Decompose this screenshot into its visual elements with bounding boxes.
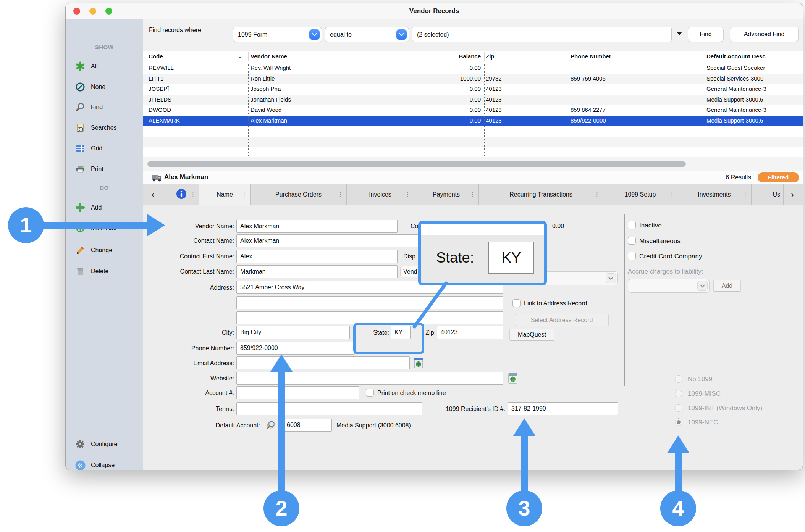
dropdown-arrow-icon[interactable] bbox=[676, 30, 683, 37]
circular-plus-icon bbox=[75, 223, 86, 234]
city-field[interactable]: Big City bbox=[236, 326, 350, 339]
mapquest-button[interactable]: MapQuest bbox=[509, 329, 554, 341]
sidebar-item-all[interactable]: All bbox=[75, 61, 98, 72]
zip-field[interactable]: 40123 bbox=[437, 326, 503, 339]
1099-nec-radio[interactable] bbox=[675, 418, 682, 426]
column-header-phone[interactable]: Phone Number bbox=[571, 53, 611, 60]
tab-purchase-orders[interactable]: Purchase Orders⋮ bbox=[251, 184, 347, 205]
1099-misc-radio[interactable] bbox=[675, 390, 682, 397]
address-line3-field[interactable] bbox=[236, 311, 503, 324]
liability-account-dropdown[interactable] bbox=[628, 279, 710, 293]
tab-us-truncated[interactable]: Us bbox=[752, 184, 784, 205]
terms-field[interactable] bbox=[236, 402, 422, 415]
table-row[interactable]: REVWILLRev. Will Wright 0.00 Special Gue… bbox=[143, 63, 803, 74]
find-button[interactable]: Find bbox=[688, 27, 724, 42]
sidebar-item-print[interactable]: Print bbox=[75, 163, 103, 175]
website-field[interactable] bbox=[236, 372, 503, 385]
table-row[interactable]: JFIELDSJonathan Fields 0.00 40123 Media … bbox=[143, 95, 803, 105]
tab-info[interactable]: ⋮ bbox=[163, 184, 199, 205]
sidebar-item-configure[interactable]: Configure bbox=[75, 438, 117, 450]
sidebar-item-multi-add[interactable]: Multi-Add bbox=[75, 222, 117, 234]
contact-last-name-field[interactable]: Markman bbox=[236, 265, 398, 278]
tab-options-icon[interactable]: ⋮ bbox=[668, 191, 674, 198]
find-value-field[interactable]: (2 selected) bbox=[412, 27, 672, 42]
tab-1099-setup[interactable]: 1099 Setup⋮ bbox=[603, 184, 677, 205]
trash-icon bbox=[75, 266, 86, 277]
table-row-empty[interactable] bbox=[143, 137, 803, 147]
scrollbar-thumb[interactable] bbox=[147, 161, 686, 167]
tab-recurring-transactions[interactable]: Recurring Transactions⋮ bbox=[479, 184, 603, 205]
sort-chevron-icon[interactable]: ⌄ bbox=[238, 53, 242, 60]
add-liability-button[interactable]: Add bbox=[713, 280, 741, 292]
column-header-vendor[interactable]: Vendor Name bbox=[251, 53, 287, 60]
tab-options-icon[interactable]: ⋮ bbox=[742, 191, 748, 198]
column-header-balance[interactable]: Balance bbox=[410, 53, 481, 60]
gear-icon bbox=[75, 439, 86, 450]
tab-payments[interactable]: Payments⋮ bbox=[414, 184, 479, 205]
sidebar-item-none[interactable]: None bbox=[75, 81, 105, 93]
account-number-field[interactable] bbox=[236, 386, 359, 399]
sidebar: SHOW All None Find bbox=[66, 19, 143, 470]
sidebar-item-label: Grid bbox=[91, 145, 102, 152]
annotation-circle-4 bbox=[660, 490, 696, 526]
tab-options-icon[interactable]: ⋮ bbox=[594, 191, 600, 198]
magnifier-icon bbox=[75, 102, 86, 113]
find-field-value: 1099 Form bbox=[238, 31, 267, 38]
tab-options-icon[interactable]: ⋮ bbox=[338, 191, 343, 198]
advanced-find-button[interactable]: Advanced Find bbox=[730, 27, 799, 42]
link-address-checkbox[interactable] bbox=[512, 299, 521, 307]
pencil-icon bbox=[75, 245, 86, 256]
sidebar-item-add[interactable]: Add bbox=[75, 202, 102, 213]
info-icon bbox=[176, 189, 187, 201]
account-lookup-icon[interactable] bbox=[266, 420, 278, 431]
credit-card-company-checkbox[interactable] bbox=[628, 252, 636, 260]
tab-options-icon[interactable]: ⋮ bbox=[405, 191, 411, 198]
table-row[interactable]: DWOODDavid Wood 0.00 40123859 864 2277 G… bbox=[143, 105, 803, 116]
print-memo-checkbox[interactable] bbox=[366, 389, 374, 397]
tab-options-icon[interactable]: ⋮ bbox=[241, 191, 247, 198]
website-app-icon[interactable] bbox=[508, 372, 518, 385]
tab-scroll-right[interactable]: › bbox=[784, 184, 801, 205]
1099-int-radio[interactable] bbox=[675, 404, 682, 412]
table-row-empty[interactable] bbox=[143, 147, 803, 158]
find-operator-dropdown[interactable]: equal to bbox=[325, 27, 409, 42]
table-row-selected[interactable]: ALEXMARKAlex Markman 0.00 40123859/922-0… bbox=[143, 116, 803, 126]
sidebar-item-delete[interactable]: Delete bbox=[75, 266, 108, 277]
table-row[interactable]: LITT1Ron Little -1000.00 29732859 759 40… bbox=[143, 74, 803, 84]
tab-name[interactable]: Name⋮ bbox=[199, 184, 251, 205]
address-label: Address: bbox=[123, 284, 234, 291]
sidebar-item-grid[interactable]: Grid bbox=[75, 143, 102, 154]
table-row-empty[interactable] bbox=[143, 126, 803, 137]
tab-options-icon[interactable]: ⋮ bbox=[190, 191, 196, 198]
no-1099-radio[interactable] bbox=[675, 375, 682, 383]
find-field-dropdown[interactable]: 1099 Form bbox=[233, 27, 322, 42]
miscellaneous-checkbox[interactable] bbox=[628, 237, 636, 245]
phone-field[interactable]: 859/922-0000 bbox=[236, 342, 355, 355]
default-account-desc: Media Support (3000.6008) bbox=[336, 422, 411, 429]
account-number-label: Account #: bbox=[123, 390, 234, 397]
sidebar-item-collapse[interactable]: Collapse bbox=[75, 459, 115, 470]
contact-first-name-field[interactable]: Alex bbox=[236, 250, 398, 263]
column-header-code[interactable]: Code bbox=[149, 53, 163, 60]
tab-label: Investments bbox=[698, 191, 731, 198]
email-field[interactable] bbox=[236, 356, 410, 369]
default-account-code-field[interactable]: 6008 bbox=[283, 419, 332, 432]
select-address-record-button[interactable]: Select Address Record bbox=[515, 314, 609, 326]
table-row[interactable]: JOSEPÎJoseph Pńa 0.00 40123 General Main… bbox=[143, 84, 803, 95]
tab-options-icon[interactable]: ⋮ bbox=[470, 191, 475, 198]
tab-investments[interactable]: Investments⋮ bbox=[677, 184, 752, 205]
address-line2-field[interactable] bbox=[236, 296, 503, 309]
callout-field-strip bbox=[421, 224, 544, 235]
column-header-desc[interactable]: Default Account Desc bbox=[706, 53, 765, 60]
tab-invoices[interactable]: Invoices⋮ bbox=[347, 184, 414, 205]
sidebar-item-find[interactable]: Find bbox=[75, 102, 103, 113]
column-header-zip[interactable]: Zip bbox=[486, 53, 495, 60]
sidebar-item-searches[interactable]: Searches bbox=[75, 122, 117, 134]
tab-scroll-left[interactable]: ‹ bbox=[143, 184, 163, 205]
vendor-name-field[interactable]: Alex Markman bbox=[236, 220, 398, 233]
inactive-checkbox[interactable] bbox=[628, 221, 636, 229]
email-app-icon[interactable] bbox=[414, 357, 424, 370]
recipient-id-field[interactable]: 317-82-1990 bbox=[508, 402, 618, 415]
sidebar-item-change[interactable]: Change bbox=[75, 245, 112, 256]
annotation-circle-2 bbox=[263, 490, 299, 526]
